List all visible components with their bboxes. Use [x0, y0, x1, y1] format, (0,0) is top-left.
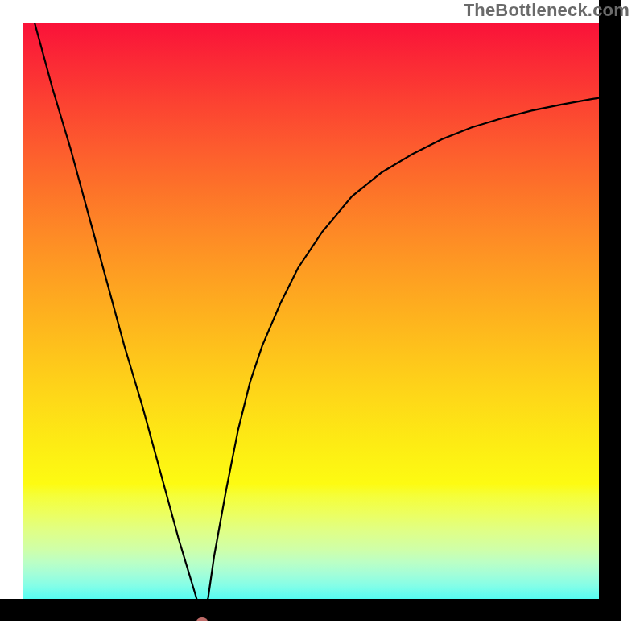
gradient-background	[23, 23, 621, 621]
chart-frame: TheBottleneck.com	[0, 0, 644, 644]
watermark-text: TheBottleneck.com	[464, 0, 630, 21]
plot-area	[23, 23, 621, 621]
